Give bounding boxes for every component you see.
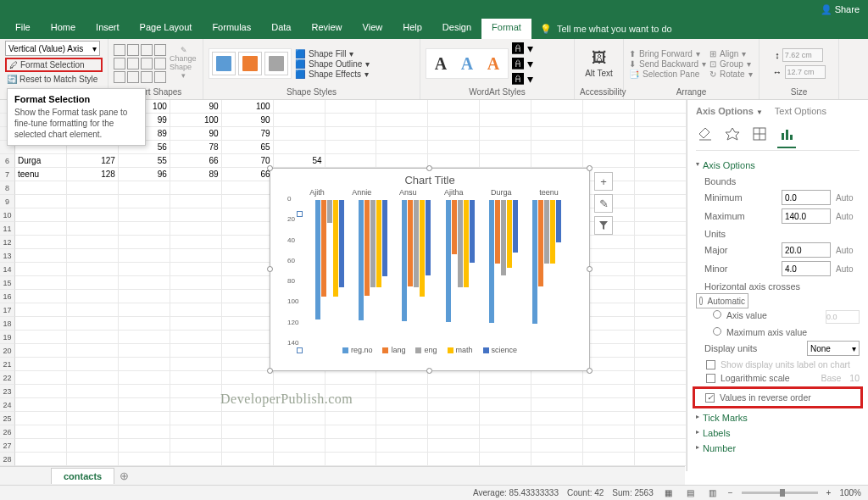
group-accessibility: 🖼 Alt Text Accessibility (575, 39, 624, 99)
fill-line-icon[interactable] (696, 125, 715, 143)
fill-icon: 🟦 (295, 49, 305, 58)
axis-value-radio[interactable]: Axis value (696, 308, 860, 325)
tell-me-text: Tell me what you want to do (557, 24, 672, 34)
units-label: Units (696, 225, 860, 241)
tab-file[interactable]: File (5, 19, 41, 39)
display-units-select[interactable]: None▾ (807, 341, 860, 356)
main: 6789101112131415161718192021222324252627… (0, 100, 868, 471)
height-input[interactable]: 7.62 cm (782, 48, 823, 62)
tab-design[interactable]: Design (432, 19, 481, 39)
minimum-label: Minimum (704, 192, 776, 203)
page-break-view-button[interactable]: ▥ (706, 487, 720, 499)
embedded-chart[interactable]: Chart Title AjithAnnieAnsuAjithaDurgatee… (270, 168, 590, 371)
axis-value-input[interactable] (826, 310, 860, 324)
format-axis-pane: Axis Options ▼ Text Options Axis Options… (687, 100, 868, 471)
status-sum: Sum: 2563 (612, 488, 653, 497)
tab-page-layout[interactable]: Page Layout (130, 19, 203, 39)
change-shape-button: ✎ Change Shape▾ (170, 47, 198, 81)
zoom-out-button[interactable]: − (728, 488, 733, 497)
shape-effects-button[interactable]: 🟦Shape Effects ▾ (295, 69, 370, 79)
group-label: Shape Styles (209, 86, 415, 97)
group-label: WordArt Styles (426, 86, 569, 97)
zoom-level[interactable]: 100% (839, 488, 861, 497)
tell-me[interactable]: 💡 Tell me what you want to do (531, 19, 681, 39)
group-size: ↕ 7.62 cm ↔ 12.7 cm Size (760, 39, 839, 99)
auto-button[interactable]: Auto (836, 264, 860, 274)
display-units-label: Display units (704, 343, 802, 353)
text-fill-icon[interactable]: 🅰 ▾ (512, 42, 533, 55)
chart-filters-button[interactable] (594, 216, 613, 235)
maximum-input[interactable] (782, 208, 831, 224)
align-button[interactable]: ⊞ Align ▾ (709, 49, 752, 58)
log-scale-checkbox[interactable]: Logarithmic scaleBase10 (696, 371, 860, 385)
reset-to-match-style-button[interactable]: 🔄 Reset to Match Style (5, 74, 103, 85)
row-headers[interactable]: 6789101112131415161718192021222324252627… (0, 100, 15, 471)
page-layout-view-button[interactable]: ▤ (684, 487, 698, 499)
chart-element-dropdown[interactable]: Vertical (Value) Axis▾ (5, 41, 100, 56)
effects-icon[interactable] (723, 125, 742, 143)
labels-section-header[interactable]: Labels (696, 425, 860, 441)
chart-legend[interactable]: reg.nolangengmathscience (270, 342, 589, 354)
status-count: Count: 42 (567, 488, 604, 497)
group-button: ⊡ Group ▾ (709, 59, 752, 69)
height-icon: ↕ (775, 50, 780, 60)
tab-help[interactable]: Help (392, 19, 432, 39)
bounds-label: Bounds (696, 173, 860, 188)
number-section-header[interactable]: Number (696, 441, 860, 456)
alt-text-button[interactable]: 🖼 Alt Text (584, 49, 615, 78)
shapes-gallery[interactable] (114, 44, 166, 83)
tab-data[interactable]: Data (261, 19, 301, 39)
bring-forward-button: ⬆ Bring Forward ▾ (629, 49, 706, 58)
show-units-label-checkbox: Show display units label on chart (696, 358, 860, 371)
svg-rect-5 (786, 130, 788, 140)
selection-pane-button[interactable]: 📑 Selection Pane (629, 69, 706, 79)
auto-button[interactable]: Auto (836, 246, 860, 255)
text-options-tab[interactable]: Text Options (775, 106, 826, 116)
tab-formulas[interactable]: Formulas (202, 19, 261, 39)
chart-title[interactable]: Chart Title (270, 169, 589, 188)
tab-home[interactable]: Home (41, 19, 86, 39)
major-input[interactable] (782, 242, 831, 258)
tooltip-body: Show the Format task pane to fine-tune f… (14, 107, 138, 140)
axis-options-section-header[interactable]: Axis Options (696, 158, 860, 173)
titlebar: 👤 Share (0, 0, 868, 19)
max-axis-value-radio[interactable]: Maximum axis value (696, 325, 860, 339)
axis-options-tab[interactable]: Axis Options ▼ (696, 106, 763, 116)
chart-elements-button[interactable]: + (594, 172, 613, 191)
tick-marks-section-header[interactable]: Tick Marks (696, 410, 860, 425)
axis-options-icon[interactable] (777, 125, 796, 143)
normal-view-button[interactable]: ▦ (662, 487, 676, 499)
chevron-down-icon: ▾ (92, 44, 97, 53)
tab-format[interactable]: Format (481, 19, 531, 39)
sheet-tab-contacts[interactable]: contacts (51, 468, 114, 484)
text-effects-icon[interactable]: 🅰 ▾ (512, 72, 533, 86)
worksheet[interactable]: 6789101112131415161718192021222324252627… (0, 100, 687, 471)
tab-insert[interactable]: Insert (86, 19, 130, 39)
zoom-in-button[interactable]: + (826, 488, 832, 497)
plot-area[interactable]: 020406080100120140 (282, 198, 577, 342)
share-button[interactable]: 👤 Share (821, 4, 860, 15)
text-outline-icon[interactable]: 🅰 ▾ (512, 57, 533, 70)
rotate-button: ↻ Rotate ▾ (709, 69, 752, 79)
tab-view[interactable]: View (353, 19, 393, 39)
shape-fill-button[interactable]: 🟦Shape Fill ▾ (295, 49, 370, 58)
width-input[interactable]: 12.7 cm (785, 65, 826, 79)
ribbon-tabs: File Home Insert Page Layout Formulas Da… (0, 19, 868, 39)
status-average: Average: 85.43333333 (473, 488, 559, 497)
zoom-slider[interactable] (742, 492, 818, 494)
auto-button[interactable]: Auto (836, 193, 860, 203)
minimum-input[interactable] (782, 190, 831, 205)
automatic-radio[interactable]: Automatic (696, 293, 748, 308)
minor-input[interactable] (782, 261, 831, 276)
new-sheet-button[interactable]: ⊕ (114, 468, 131, 484)
shape-outline-button[interactable]: 🟦Shape Outline ▾ (295, 59, 370, 69)
chart-styles-button[interactable]: ✎ (594, 194, 613, 213)
shape-style-gallery[interactable] (209, 48, 292, 79)
format-selection-button[interactable]: 🖊 Format Selection (5, 58, 103, 72)
auto-button[interactable]: Auto (836, 212, 860, 221)
values-reverse-order-checkbox[interactable]: Values in reverse order (695, 391, 860, 404)
size-properties-icon[interactable] (750, 125, 769, 143)
category-axis-labels: AjithAnnieAnsuAjithaDurgateenu (270, 188, 589, 198)
wordart-gallery[interactable]: A A A (426, 48, 509, 79)
tab-review[interactable]: Review (301, 19, 352, 39)
